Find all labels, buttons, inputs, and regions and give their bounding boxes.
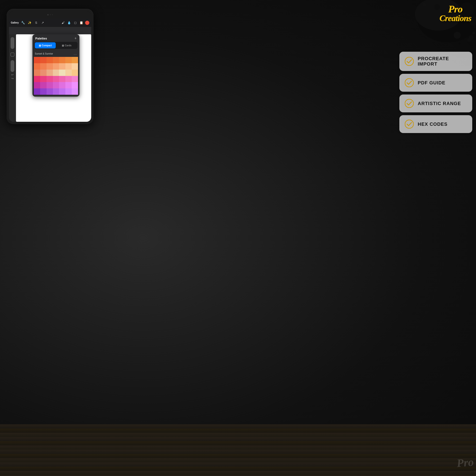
- procreate-background: Gallery 🔧 ✨ S ↗ 🖌 💧 ◻ 📋 ↩ ↪: [9, 18, 91, 122]
- color-swatch[interactable]: [47, 82, 53, 88]
- color-swatch[interactable]: [72, 69, 78, 76]
- color-swatch[interactable]: [40, 82, 47, 88]
- color-swatch[interactable]: [59, 82, 65, 88]
- color-swatch[interactable]: [47, 88, 53, 95]
- color-swatch[interactable]: [40, 76, 47, 82]
- redo-arrow[interactable]: ↪: [11, 77, 14, 80]
- color-swatch[interactable]: [34, 88, 40, 95]
- palettes-header: Palettes +: [33, 34, 79, 42]
- color-swatch[interactable]: [34, 69, 40, 76]
- tab-compact[interactable]: ▤ Compact: [35, 42, 56, 49]
- color-swatch[interactable]: [65, 69, 72, 76]
- eraser-icon[interactable]: ◻: [73, 20, 78, 25]
- procreate-toolbar: Gallery 🔧 ✨ S ↗ 🖌 💧 ◻ 📋: [9, 18, 91, 27]
- undo-arrow[interactable]: ↩: [11, 73, 14, 76]
- gallery-button[interactable]: Gallery: [11, 21, 19, 24]
- color-swatch[interactable]: [72, 57, 78, 63]
- color-swatch[interactable]: [59, 57, 65, 63]
- color-swatch[interactable]: [53, 88, 59, 95]
- wrench-icon[interactable]: 🔧: [21, 20, 25, 25]
- procreate-sidebar: ↩ ↪: [9, 34, 16, 122]
- color-swatch[interactable]: [65, 88, 72, 95]
- palettes-title: Palettes: [35, 37, 47, 40]
- color-swatch[interactable]: [59, 76, 65, 82]
- smudge-icon[interactable]: 💧: [67, 20, 71, 25]
- color-swatch[interactable]: [40, 69, 47, 76]
- color-swatch[interactable]: [40, 57, 47, 63]
- color-swatch[interactable]: [40, 63, 47, 69]
- color-swatch[interactable]: [34, 82, 40, 88]
- color-picker[interactable]: [85, 21, 89, 25]
- color-swatch[interactable]: [34, 76, 40, 82]
- color-swatch[interactable]: [53, 69, 59, 76]
- color-swatch[interactable]: [47, 76, 53, 82]
- ipad-dot-2: [52, 14, 53, 15]
- compact-tab-icon: ▤: [39, 44, 41, 47]
- brush-size-slider[interactable]: [11, 37, 14, 49]
- color-swatch[interactable]: [65, 57, 72, 63]
- color-swatch[interactable]: [65, 63, 72, 69]
- color-swatch[interactable]: [47, 63, 53, 69]
- palette-options-button[interactable]: ...: [74, 52, 77, 55]
- ipad-device: Gallery 🔧 ✨ S ↗ 🖌 💧 ◻ 📋 ↩ ↪: [7, 9, 94, 124]
- color-swatch[interactable]: [53, 82, 59, 88]
- opacity-slider[interactable]: [11, 60, 14, 72]
- compact-tab-label: Compact: [42, 44, 52, 47]
- magic-icon[interactable]: ✨: [27, 20, 32, 25]
- color-swatch[interactable]: [72, 88, 78, 95]
- color-swatch[interactable]: [72, 63, 78, 69]
- brush-icon[interactable]: 🖌: [61, 20, 65, 25]
- palettes-popup: Palettes + ▤ Compact ▦ Cards Sunset & Su…: [33, 34, 79, 97]
- ipad-dot: [50, 14, 51, 15]
- color-swatch[interactable]: [34, 63, 40, 69]
- color-swatch[interactable]: [53, 63, 59, 69]
- color-swatch[interactable]: [47, 69, 53, 76]
- toolbar-right: 🖌 💧 ◻ 📋: [61, 20, 89, 25]
- tab-cards[interactable]: ▦ Cards: [56, 42, 77, 49]
- color-swatch[interactable]: [53, 76, 59, 82]
- palette-name: Sunset & Sunrise: [35, 52, 53, 55]
- ipad-inner: Gallery 🔧 ✨ S ↗ 🖌 💧 ◻ 📋 ↩ ↪: [9, 11, 91, 122]
- color-swatch[interactable]: [59, 69, 65, 76]
- palettes-tabs: ▤ Compact ▦ Cards: [34, 42, 78, 49]
- cards-tab-icon: ▦: [62, 44, 64, 47]
- ipad-camera: [47, 14, 49, 16]
- swatches-grid: [34, 57, 78, 95]
- layers-icon[interactable]: 📋: [79, 20, 84, 25]
- color-swatch[interactable]: [59, 88, 65, 95]
- color-swatch[interactable]: [65, 76, 72, 82]
- cards-tab-label: Cards: [65, 44, 71, 47]
- select-icon[interactable]: S: [34, 20, 38, 25]
- color-swatch[interactable]: [40, 88, 47, 95]
- color-swatch[interactable]: [47, 57, 53, 63]
- color-swatch[interactable]: [65, 82, 72, 88]
- color-swatch[interactable]: [34, 57, 40, 63]
- ipad-top-bar: [9, 11, 91, 18]
- move-icon[interactable]: ↗: [40, 20, 45, 25]
- palette-name-row: Sunset & Sunrise ...: [33, 51, 79, 56]
- palettes-add-button[interactable]: +: [74, 36, 77, 40]
- tool-square[interactable]: [11, 53, 14, 56]
- color-swatch[interactable]: [72, 82, 78, 88]
- color-swatch[interactable]: [53, 57, 59, 63]
- color-swatch[interactable]: [59, 63, 65, 69]
- color-swatch[interactable]: [72, 76, 78, 82]
